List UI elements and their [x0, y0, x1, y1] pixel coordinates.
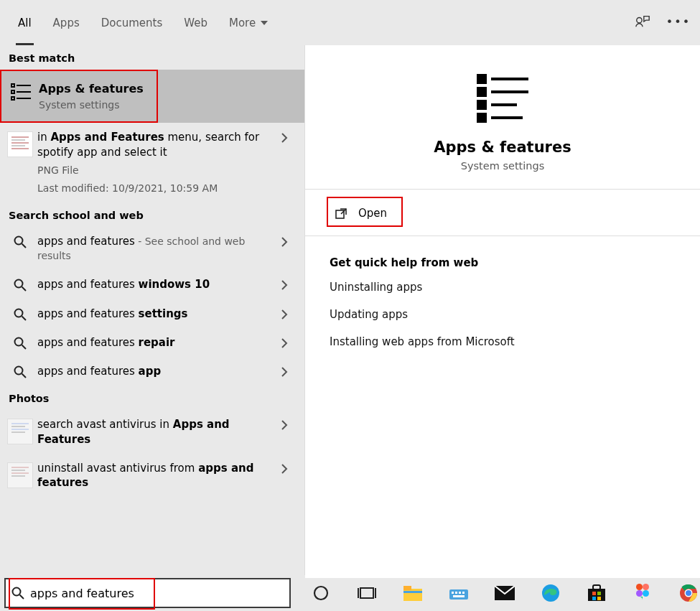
mail-icon[interactable]	[493, 582, 516, 605]
web-result-0[interactable]: apps and features - See school and web r…	[0, 227, 304, 271]
help-link-uninstalling[interactable]: Uninstalling apps	[330, 281, 678, 294]
chevron-right-icon	[274, 237, 294, 247]
tab-apps[interactable]: Apps	[42, 11, 90, 45]
svg-point-56	[686, 590, 691, 596]
chevron-right-icon	[274, 309, 294, 320]
chevron-right-icon	[274, 420, 294, 430]
result-file-png[interactable]: in Apps and Features menu, search for sp…	[0, 123, 304, 202]
preview-pane: Apps & features System settings Open Get	[305, 45, 700, 575]
search-filter-tabs: All Apps Documents Web More •••	[0, 0, 700, 45]
keyboard-icon[interactable]	[447, 582, 470, 605]
svg-line-15	[22, 345, 27, 349]
microsoft-store-icon[interactable]	[585, 582, 608, 605]
svg-rect-30	[360, 588, 373, 598]
search-icon	[11, 587, 24, 600]
chrome-icon[interactable]	[677, 582, 700, 605]
photo-thumbnail-icon	[7, 419, 33, 444]
tab-web[interactable]: Web	[173, 11, 218, 45]
svg-point-27	[13, 588, 21, 596]
tab-all[interactable]: All	[7, 11, 42, 45]
file-text: in Apps and Features menu, search for sp…	[37, 131, 259, 158]
svg-rect-37	[452, 592, 454, 594]
more-options-icon[interactable]: •••	[667, 10, 690, 33]
section-best-match: Best match	[0, 45, 304, 70]
file-thumbnail-icon	[7, 131, 33, 157]
svg-point-12	[15, 309, 23, 317]
cortana-icon[interactable]	[309, 582, 332, 605]
help-link-updating[interactable]: Updating apps	[330, 308, 678, 321]
web-result-4[interactable]: apps and features app	[0, 357, 304, 386]
svg-rect-40	[462, 592, 465, 594]
search-icon	[7, 337, 33, 350]
file-modified: Last modified: 10/9/2021, 10:59 AM	[37, 182, 270, 195]
taskbar	[0, 575, 700, 611]
svg-rect-51	[643, 584, 649, 590]
preview-subtitle: System settings	[461, 160, 545, 172]
task-view-icon[interactable]	[355, 582, 378, 605]
apps-features-hero-icon	[474, 73, 531, 124]
chevron-right-icon	[274, 133, 294, 143]
figma-icon[interactable]	[631, 582, 654, 605]
web-result-1[interactable]: apps and features windows 10	[0, 270, 304, 299]
help-link-installing[interactable]: Installing web apps from Microsoft	[330, 335, 678, 348]
svg-point-10	[15, 280, 23, 288]
svg-rect-39	[459, 592, 461, 594]
open-button[interactable]: Open	[332, 202, 390, 224]
svg-rect-41	[453, 595, 465, 597]
svg-rect-47	[597, 592, 601, 595]
svg-rect-44	[588, 589, 605, 601]
svg-line-9	[22, 243, 27, 248]
settings-list-icon	[9, 83, 34, 103]
svg-rect-18	[478, 75, 485, 83]
svg-point-8	[15, 236, 23, 244]
search-input[interactable]	[30, 587, 284, 600]
results-list: Best match Apps & features System settin…	[0, 45, 305, 575]
result-apps-features[interactable]: Apps & features System settings	[0, 70, 304, 123]
open-highlight: Open	[327, 197, 403, 227]
svg-rect-45	[593, 585, 600, 589]
svg-rect-33	[403, 589, 422, 601]
chevron-right-icon	[274, 464, 294, 474]
feedback-icon[interactable]	[631, 10, 654, 33]
chevron-right-icon	[274, 338, 294, 348]
section-search-web: Search school and web	[0, 202, 304, 227]
search-icon	[7, 235, 33, 248]
result-title: Apps & features	[39, 81, 145, 97]
result-subtitle: System settings	[39, 98, 145, 112]
file-explorer-icon[interactable]	[401, 582, 424, 605]
svg-point-16	[15, 367, 23, 375]
search-box[interactable]	[4, 578, 291, 608]
section-photos: Photos	[0, 386, 304, 410]
preview-title: Apps & features	[434, 139, 571, 156]
web-result-2[interactable]: apps and features settings	[0, 299, 304, 328]
svg-rect-2	[11, 84, 14, 87]
svg-rect-48	[592, 597, 596, 600]
svg-rect-38	[455, 592, 457, 594]
photo-result-1[interactable]: uninstall avast antivirus from apps and …	[0, 454, 304, 498]
svg-rect-20	[478, 88, 485, 95]
svg-rect-35	[403, 591, 422, 593]
svg-rect-49	[597, 597, 601, 600]
svg-rect-24	[478, 114, 485, 121]
svg-rect-50	[636, 584, 643, 590]
svg-point-29	[314, 587, 327, 600]
edge-icon[interactable]	[539, 582, 562, 605]
chevron-down-icon	[260, 19, 269, 27]
svg-rect-6	[11, 97, 14, 100]
svg-point-14	[15, 337, 23, 345]
web-result-3[interactable]: apps and features repair	[0, 328, 304, 357]
tab-more[interactable]: More	[218, 11, 279, 45]
tab-documents[interactable]: Documents	[90, 11, 174, 45]
chevron-right-icon	[274, 367, 294, 377]
search-icon	[7, 365, 33, 378]
open-external-icon	[335, 207, 348, 220]
photo-result-0[interactable]: search avast antivirus in Apps and Featu…	[0, 410, 304, 454]
chevron-right-icon	[274, 280, 294, 290]
svg-point-53	[643, 590, 649, 597]
svg-rect-46	[592, 592, 596, 595]
svg-rect-4	[11, 90, 14, 93]
svg-rect-52	[636, 590, 643, 597]
svg-rect-34	[403, 586, 411, 590]
search-icon	[7, 279, 33, 291]
file-type: PNG File	[37, 164, 270, 177]
